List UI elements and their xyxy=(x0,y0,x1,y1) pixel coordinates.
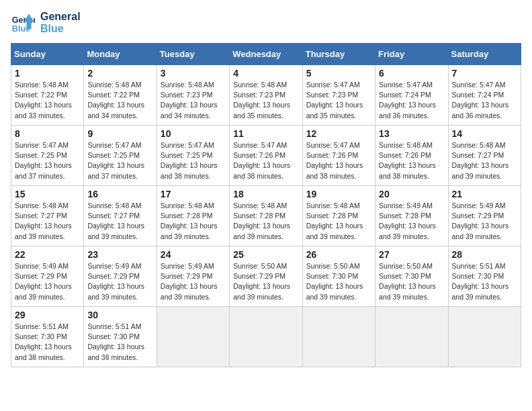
logo: General Blue General Blue xyxy=(11,11,81,35)
day-info: Sunrise: 5:48 AMSunset: 7:23 PMDaylight:… xyxy=(233,80,298,121)
calendar-cell: 28Sunrise: 5:51 AMSunset: 7:30 PMDayligh… xyxy=(448,246,521,307)
calendar-cell: 21Sunrise: 5:49 AMSunset: 7:29 PMDayligh… xyxy=(448,186,521,246)
day-number: 2 xyxy=(87,68,152,79)
day-info: Sunrise: 5:49 AMSunset: 7:28 PMDaylight:… xyxy=(379,201,444,242)
day-number: 18 xyxy=(233,189,298,199)
calendar-cell: 12Sunrise: 5:47 AMSunset: 7:26 PMDayligh… xyxy=(302,126,375,186)
day-number: 4 xyxy=(233,68,298,79)
day-number: 6 xyxy=(379,68,444,79)
calendar-cell xyxy=(375,307,448,367)
day-number: 25 xyxy=(233,249,298,260)
day-number: 11 xyxy=(233,128,298,139)
day-info: Sunrise: 5:48 AMSunset: 7:22 PMDaylight:… xyxy=(15,80,80,121)
day-number: 3 xyxy=(161,68,226,79)
calendar-cell: 7Sunrise: 5:47 AMSunset: 7:24 PMDaylight… xyxy=(448,65,521,126)
logo-line2: Blue xyxy=(40,23,81,35)
week-row-1: 1Sunrise: 5:48 AMSunset: 7:22 PMDaylight… xyxy=(11,65,521,126)
calendar-cell: 10Sunrise: 5:47 AMSunset: 7:25 PMDayligh… xyxy=(157,126,229,186)
day-number: 15 xyxy=(15,189,80,199)
day-number: 13 xyxy=(379,128,444,139)
calendar-cell: 25Sunrise: 5:50 AMSunset: 7:29 PMDayligh… xyxy=(230,246,302,307)
calendar: SundayMondayTuesdayWednesdayThursdayFrid… xyxy=(11,43,521,367)
day-number: 14 xyxy=(452,128,517,139)
day-number: 10 xyxy=(161,128,226,139)
calendar-cell: 2Sunrise: 5:48 AMSunset: 7:22 PMDaylight… xyxy=(84,65,157,126)
day-info: Sunrise: 5:48 AMSunset: 7:28 PMDaylight:… xyxy=(161,201,226,242)
calendar-cell: 5Sunrise: 5:47 AMSunset: 7:23 PMDaylight… xyxy=(302,65,375,126)
calendar-cell: 24Sunrise: 5:49 AMSunset: 7:29 PMDayligh… xyxy=(157,246,229,307)
header-tuesday: Tuesday xyxy=(157,44,229,65)
calendar-cell: 17Sunrise: 5:48 AMSunset: 7:28 PMDayligh… xyxy=(157,186,229,246)
day-number: 29 xyxy=(15,310,80,320)
day-info: Sunrise: 5:49 AMSunset: 7:29 PMDaylight:… xyxy=(87,261,152,302)
week-row-5: 29Sunrise: 5:51 AMSunset: 7:30 PMDayligh… xyxy=(11,307,521,367)
week-row-4: 22Sunrise: 5:49 AMSunset: 7:29 PMDayligh… xyxy=(11,246,521,307)
logo-icon: General Blue xyxy=(11,11,35,35)
calendar-cell xyxy=(302,307,375,367)
day-info: Sunrise: 5:47 AMSunset: 7:25 PMDaylight:… xyxy=(161,140,226,181)
day-info: Sunrise: 5:48 AMSunset: 7:27 PMDaylight:… xyxy=(15,201,80,242)
calendar-cell: 1Sunrise: 5:48 AMSunset: 7:22 PMDaylight… xyxy=(11,65,84,126)
calendar-cell xyxy=(157,307,229,367)
calendar-cell: 19Sunrise: 5:48 AMSunset: 7:28 PMDayligh… xyxy=(302,186,375,246)
header-sunday: Sunday xyxy=(11,44,84,65)
day-info: Sunrise: 5:48 AMSunset: 7:28 PMDaylight:… xyxy=(306,201,371,242)
calendar-cell: 11Sunrise: 5:47 AMSunset: 7:26 PMDayligh… xyxy=(230,126,302,186)
day-number: 22 xyxy=(15,249,80,260)
header-thursday: Thursday xyxy=(302,44,375,65)
calendar-cell xyxy=(230,307,302,367)
calendar-cell: 4Sunrise: 5:48 AMSunset: 7:23 PMDaylight… xyxy=(230,65,302,126)
day-number: 16 xyxy=(87,189,152,199)
day-info: Sunrise: 5:51 AMSunset: 7:30 PMDaylight:… xyxy=(15,322,80,363)
day-info: Sunrise: 5:48 AMSunset: 7:22 PMDaylight:… xyxy=(87,80,152,121)
calendar-cell: 13Sunrise: 5:48 AMSunset: 7:26 PMDayligh… xyxy=(375,126,448,186)
logo-line1: General xyxy=(40,11,81,23)
day-info: Sunrise: 5:47 AMSunset: 7:25 PMDaylight:… xyxy=(15,140,80,181)
calendar-cell: 14Sunrise: 5:48 AMSunset: 7:27 PMDayligh… xyxy=(448,126,521,186)
calendar-header-row: SundayMondayTuesdayWednesdayThursdayFrid… xyxy=(11,44,521,65)
day-number: 1 xyxy=(15,68,80,79)
day-info: Sunrise: 5:47 AMSunset: 7:26 PMDaylight:… xyxy=(233,140,298,181)
day-info: Sunrise: 5:48 AMSunset: 7:27 PMDaylight:… xyxy=(87,201,152,242)
calendar-cell: 9Sunrise: 5:47 AMSunset: 7:25 PMDaylight… xyxy=(84,126,157,186)
calendar-cell: 3Sunrise: 5:48 AMSunset: 7:23 PMDaylight… xyxy=(157,65,229,126)
day-info: Sunrise: 5:47 AMSunset: 7:23 PMDaylight:… xyxy=(306,80,371,121)
day-info: Sunrise: 5:49 AMSunset: 7:29 PMDaylight:… xyxy=(161,261,226,302)
header: General Blue General Blue xyxy=(11,11,521,35)
day-number: 19 xyxy=(306,189,371,199)
day-info: Sunrise: 5:47 AMSunset: 7:24 PMDaylight:… xyxy=(379,80,444,121)
calendar-cell: 6Sunrise: 5:47 AMSunset: 7:24 PMDaylight… xyxy=(375,65,448,126)
day-info: Sunrise: 5:50 AMSunset: 7:30 PMDaylight:… xyxy=(379,261,444,302)
day-info: Sunrise: 5:47 AMSunset: 7:25 PMDaylight:… xyxy=(87,140,152,181)
calendar-cell xyxy=(448,307,521,367)
day-number: 7 xyxy=(452,68,517,79)
header-monday: Monday xyxy=(84,44,157,65)
day-info: Sunrise: 5:49 AMSunset: 7:29 PMDaylight:… xyxy=(15,261,80,302)
calendar-cell: 18Sunrise: 5:48 AMSunset: 7:28 PMDayligh… xyxy=(230,186,302,246)
week-row-3: 15Sunrise: 5:48 AMSunset: 7:27 PMDayligh… xyxy=(11,186,521,246)
day-info: Sunrise: 5:50 AMSunset: 7:29 PMDaylight:… xyxy=(233,261,298,302)
day-info: Sunrise: 5:48 AMSunset: 7:23 PMDaylight:… xyxy=(161,80,226,121)
day-info: Sunrise: 5:51 AMSunset: 7:30 PMDaylight:… xyxy=(87,322,152,363)
day-info: Sunrise: 5:48 AMSunset: 7:27 PMDaylight:… xyxy=(452,140,517,181)
calendar-cell: 8Sunrise: 5:47 AMSunset: 7:25 PMDaylight… xyxy=(11,126,84,186)
calendar-cell: 22Sunrise: 5:49 AMSunset: 7:29 PMDayligh… xyxy=(11,246,84,307)
day-number: 5 xyxy=(306,68,371,79)
day-info: Sunrise: 5:50 AMSunset: 7:30 PMDaylight:… xyxy=(306,261,371,302)
week-row-2: 8Sunrise: 5:47 AMSunset: 7:25 PMDaylight… xyxy=(11,126,521,186)
calendar-cell: 30Sunrise: 5:51 AMSunset: 7:30 PMDayligh… xyxy=(84,307,157,367)
day-number: 20 xyxy=(379,189,444,199)
day-number: 9 xyxy=(87,128,152,139)
day-number: 27 xyxy=(379,249,444,260)
calendar-cell: 15Sunrise: 5:48 AMSunset: 7:27 PMDayligh… xyxy=(11,186,84,246)
calendar-cell: 20Sunrise: 5:49 AMSunset: 7:28 PMDayligh… xyxy=(375,186,448,246)
day-number: 26 xyxy=(306,249,371,260)
header-friday: Friday xyxy=(375,44,448,65)
calendar-cell: 23Sunrise: 5:49 AMSunset: 7:29 PMDayligh… xyxy=(84,246,157,307)
day-number: 24 xyxy=(161,249,226,260)
calendar-cell: 27Sunrise: 5:50 AMSunset: 7:30 PMDayligh… xyxy=(375,246,448,307)
day-number: 8 xyxy=(15,128,80,139)
calendar-cell: 26Sunrise: 5:50 AMSunset: 7:30 PMDayligh… xyxy=(302,246,375,307)
header-wednesday: Wednesday xyxy=(230,44,302,65)
day-info: Sunrise: 5:48 AMSunset: 7:26 PMDaylight:… xyxy=(379,140,444,181)
